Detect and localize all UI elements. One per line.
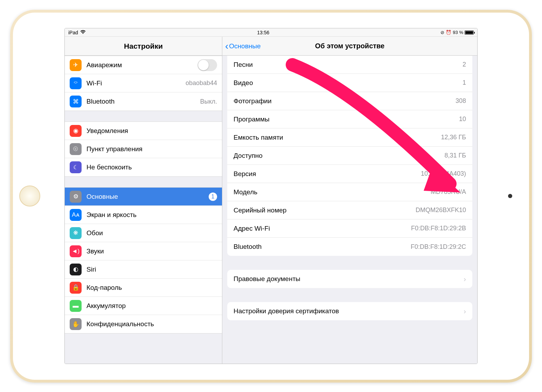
display-icon: Aᴀ (70, 209, 82, 221)
sidebar-item-display[interactable]: AᴀЭкран и яркость (65, 206, 222, 224)
sidebar-item-battery[interactable]: ▬Аккумулятор (65, 297, 222, 315)
notifications-icon: ◉ (70, 125, 82, 137)
controlcenter-icon: ⦾ (70, 143, 82, 155)
sidebar-item-label: Не беспокоить (86, 163, 217, 171)
detail-header: ‹ Основные Об этом устройстве (222, 37, 477, 56)
siri-icon: ◐ (70, 264, 82, 275)
sidebar-item-sounds[interactable]: ◄)Звуки (65, 242, 222, 260)
about-row[interactable]: Серийный номерDMQM26BXFK10 (227, 201, 472, 219)
sidebar-item-label: Авиарежим (86, 61, 197, 69)
dnd-icon: ☾ (70, 161, 82, 173)
sidebar-item-label: Пункт управления (86, 145, 217, 153)
sidebar-item-privacy[interactable]: ✋Конфиденциальность (65, 315, 222, 333)
sidebar-item-label: Wi-Fi (86, 79, 186, 87)
sidebar-item-value: obaobab44 (186, 79, 217, 87)
privacy-icon: ✋ (70, 318, 82, 330)
chevron-right-icon: › (464, 307, 466, 315)
sidebar-item-label: Звуки (86, 247, 217, 255)
device-bezel: iPad 13:56 ⊘ ⏰ 93 % Настройки ✈Авиарежим… (13, 13, 529, 380)
annotation-arrow (285, 61, 467, 194)
sidebar-item-wifi[interactable]: ⌔Wi-Fiobaobab44 (65, 74, 222, 92)
general-icon: ⚙ (70, 191, 82, 203)
about-row-label: Bluetooth (234, 243, 411, 251)
screen: iPad 13:56 ⊘ ⏰ 93 % Настройки ✈Авиарежим… (64, 28, 478, 364)
about-row-label: Серийный номер (234, 206, 416, 214)
back-button[interactable]: ‹ Основные (222, 41, 260, 51)
cert-label: Настройки доверия сертификатов (234, 307, 461, 315)
sidebar-item-label: Код-пароль (86, 284, 217, 292)
sidebar-item-passcode[interactable]: 🔒Код-пароль (65, 279, 222, 297)
about-row-value: F0:DB:F8:1D:29:2B (411, 225, 466, 232)
sidebar-item-siri[interactable]: ◐Siri (65, 260, 222, 279)
orientation-lock-icon: ⊘ (440, 30, 444, 35)
battery-icon: ▬ (70, 300, 82, 312)
clock: 13:56 (86, 30, 440, 35)
battery-icon (465, 30, 474, 35)
sidebar-item-label: Аккумулятор (86, 302, 217, 310)
about-row-value: F0:DB:F8:1D:29:2C (411, 243, 466, 251)
about-row-label: Адрес Wi-Fi (234, 225, 411, 232)
ipad-device-frame: iPad 13:56 ⊘ ⏰ 93 % Настройки ✈Авиарежим… (10, 10, 532, 383)
back-label: Основные (229, 42, 260, 50)
sounds-icon: ◄) (70, 245, 82, 257)
device-name: iPad (68, 30, 78, 35)
sidebar-item-label: Экран и яркость (86, 211, 217, 219)
bluetooth-icon: ⌘ (70, 96, 82, 107)
sidebar-item-bluetooth[interactable]: ⌘BluetoothВыкл. (65, 92, 222, 111)
alarm-icon: ⏰ (446, 30, 451, 35)
sidebar-item-label: Конфиденциальность (86, 320, 217, 328)
home-button[interactable] (19, 186, 40, 206)
sidebar-item-label: Обои (86, 229, 217, 237)
sidebar-item-label: Уведомления (86, 127, 217, 135)
airplane-toggle[interactable] (197, 59, 217, 71)
front-camera (508, 194, 512, 198)
about-row[interactable]: Адрес Wi-FiF0:DB:F8:1D:29:2B (227, 219, 472, 238)
wallpaper-icon: ❋ (70, 227, 82, 239)
badge: 1 (209, 192, 217, 201)
chevron-left-icon: ‹ (225, 41, 228, 51)
sidebar-item-general[interactable]: ⚙Основные1 (65, 188, 222, 206)
chevron-right-icon: › (464, 275, 466, 283)
about-row-value: DMQM26BXFK10 (416, 206, 466, 214)
about-row[interactable]: BluetoothF0:DB:F8:1D:29:2C (227, 238, 472, 256)
sidebar-item-label: Bluetooth (86, 98, 200, 105)
sidebar-item-dnd[interactable]: ☾Не беспокоить (65, 158, 222, 176)
legal-label: Правовые документы (234, 275, 461, 283)
sidebar-item-controlcenter[interactable]: ⦾Пункт управления (65, 140, 222, 158)
detail-pane: ‹ Основные Об этом устройстве Песни2Виде… (222, 37, 477, 364)
airplane-icon: ✈ (70, 59, 82, 71)
status-bar: iPad 13:56 ⊘ ⏰ 93 % (65, 28, 477, 37)
sidebar-item-label: Siri (86, 266, 217, 273)
cert-trust-row[interactable]: Настройки доверия сертификатов › (227, 302, 472, 320)
sidebar-item-value: Выкл. (200, 98, 217, 105)
passcode-icon: 🔒 (70, 282, 82, 294)
battery-percent: 93 % (453, 30, 463, 35)
settings-sidebar: Настройки ✈Авиарежим⌔Wi-Fiobaobab44⌘Blue… (65, 37, 222, 364)
cert-group: Настройки доверия сертификатов › (227, 302, 472, 320)
sidebar-item-label: Основные (86, 193, 209, 201)
legal-group: Правовые документы › (227, 270, 472, 288)
sidebar-item-wallpaper[interactable]: ❋Обои (65, 224, 222, 242)
sidebar-item-notifications[interactable]: ◉Уведомления (65, 122, 222, 140)
sidebar-item-airplane[interactable]: ✈Авиарежим (65, 56, 222, 74)
sidebar-title: Настройки (65, 37, 222, 56)
wifi-icon: ⌔ (70, 77, 82, 89)
legal-row[interactable]: Правовые документы › (227, 270, 472, 288)
wifi-status-icon (80, 30, 86, 35)
